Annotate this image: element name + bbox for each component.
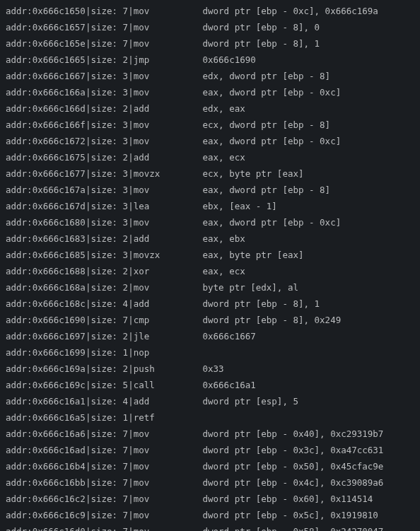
disassembly-line: addr:0x666c166f|size: 3|mov ecx, dword p… — [6, 117, 414, 133]
disassembly-line: addr:0x666c16a5|size: 1|retf — [6, 409, 414, 426]
disassembly-line: addr:0x666c16a6|size: 7|mov dword ptr [e… — [6, 426, 414, 442]
disassembly-line: addr:0x666c1697|size: 2|jle 0x666c1667 — [6, 328, 414, 344]
disassembly-line: addr:0x666c166d|size: 2|add edx, eax — [6, 100, 414, 117]
disassembly-line: addr:0x666c168a|size: 2|mov byte ptr [ed… — [6, 279, 414, 296]
disassembly-line: addr:0x666c16b4|size: 7|mov dword ptr [e… — [6, 458, 414, 474]
disassembly-line: addr:0x666c1677|size: 3|movzx ecx, byte … — [6, 165, 414, 182]
disassembly-line: addr:0x666c167a|size: 3|mov eax, dword p… — [6, 182, 414, 198]
disassembly-line: addr:0x666c1657|size: 7|mov dword ptr [e… — [6, 19, 414, 35]
disassembly-line: addr:0x666c167d|size: 3|lea ebx, [eax - … — [6, 198, 414, 214]
disassembly-line: addr:0x666c1665|size: 2|jmp 0x666c1690 — [6, 52, 414, 68]
disassembly-line: addr:0x666c16d0|size: 7|mov dword ptr [e… — [6, 523, 414, 531]
disassembly-line: addr:0x666c1667|size: 3|mov edx, dword p… — [6, 68, 414, 84]
disassembly-line: addr:0x666c165e|size: 7|mov dword ptr [e… — [6, 35, 414, 52]
disassembly-line: addr:0x666c168c|size: 4|add dword ptr [e… — [6, 296, 414, 312]
disassembly-line: addr:0x666c16bb|size: 7|mov dword ptr [e… — [6, 474, 414, 491]
disassembly-line: addr:0x666c16c9|size: 7|mov dword ptr [e… — [6, 507, 414, 523]
disassembly-line: addr:0x666c1690|size: 7|cmp dword ptr [e… — [6, 312, 414, 328]
disassembly-line: addr:0x666c1699|size: 1|nop — [6, 344, 414, 361]
disassembly-line: addr:0x666c1683|size: 2|add eax, ebx — [6, 231, 414, 247]
disassembly-line: addr:0x666c169c|size: 5|call 0x666c16a1 — [6, 377, 414, 393]
disassembly-line: addr:0x666c169a|size: 2|push 0x33 — [6, 361, 414, 377]
disassembly-line: addr:0x666c1688|size: 2|xor eax, ecx — [6, 263, 414, 279]
disassembly-line: addr:0x666c166a|size: 3|mov eax, dword p… — [6, 84, 414, 100]
disassembly-line: addr:0x666c16ad|size: 7|mov dword ptr [e… — [6, 442, 414, 458]
disassembly-line: addr:0x666c16a1|size: 4|add dword ptr [e… — [6, 393, 414, 409]
disassembly-line: addr:0x666c1650|size: 7|mov dword ptr [e… — [6, 3, 414, 19]
disassembly-line: addr:0x666c1672|size: 3|mov eax, dword p… — [6, 133, 414, 149]
disassembly-line: addr:0x666c1680|size: 3|mov eax, dword p… — [6, 214, 414, 231]
disassembly-listing: addr:0x666c1650|size: 7|mov dword ptr [e… — [0, 0, 420, 531]
disassembly-line: addr:0x666c16c2|size: 7|mov dword ptr [e… — [6, 491, 414, 507]
disassembly-line: addr:0x666c1675|size: 2|add eax, ecx — [6, 149, 414, 165]
disassembly-line: addr:0x666c1685|size: 3|movzx eax, byte … — [6, 247, 414, 263]
